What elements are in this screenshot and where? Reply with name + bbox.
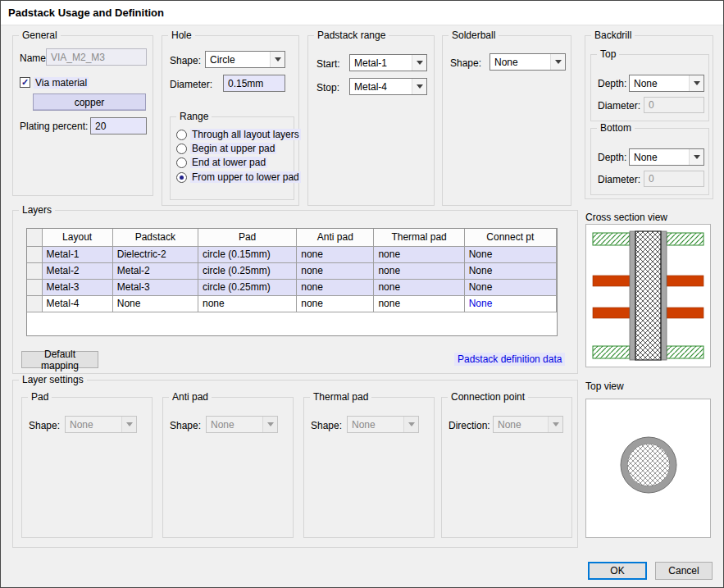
backdrill-group-label: Backdrill — [591, 30, 635, 42]
hole-group-label: Hole — [168, 30, 195, 42]
backdrill-top-depth-select[interactable]: None — [629, 75, 704, 92]
padstack-stop-select[interactable]: Metal-4 — [349, 78, 427, 95]
cell[interactable]: Metal-1 — [42, 246, 112, 262]
via-material-checkbox[interactable]: ✓ — [20, 77, 30, 88]
solderball-shape-value: None — [490, 57, 550, 68]
cancel-button[interactable]: Cancel — [655, 562, 713, 580]
thermal-pad-shape-value: None — [348, 419, 403, 431]
solderball-group-label: Solderball — [449, 30, 499, 42]
cell[interactable]: None — [464, 262, 556, 279]
pad-group-label: Pad — [28, 391, 52, 403]
chevron-down-icon — [412, 55, 426, 71]
chevron-down-icon — [550, 54, 565, 70]
cell[interactable]: none — [374, 246, 464, 262]
radio-through-all-layers-label[interactable]: Through all layout layers — [190, 129, 301, 140]
cell[interactable]: None — [464, 295, 556, 312]
chevron-down-icon — [412, 79, 426, 94]
chevron-down-icon — [548, 417, 562, 432]
thermal-pad-shape-select: None — [347, 416, 419, 433]
backdrill-top-diameter-value: 0 — [649, 99, 654, 111]
backdrill-top-diameter-label: Diameter: — [598, 100, 640, 112]
backdrill-group: Backdrill Top Depth: None Diameter: 0 Bo… — [585, 35, 713, 199]
anti-pad-shape-select: None — [206, 416, 278, 433]
copper-material-button[interactable]: copper — [33, 93, 146, 111]
table-row[interactable]: Metal-1 Dielectric-2 circle (0.15mm) non… — [27, 246, 557, 262]
cell[interactable]: none — [297, 262, 374, 279]
thermal-pad-group-label: Thermal pad — [310, 391, 371, 403]
backdrill-bottom-diameter-input: 0 — [644, 171, 704, 187]
default-mapping-button[interactable]: Default mapping — [21, 351, 98, 368]
cell[interactable]: Dielectric-2 — [112, 246, 198, 262]
solderball-shape-label: Shape: — [450, 57, 481, 69]
chevron-down-icon — [403, 417, 418, 432]
cancel-button-label: Cancel — [668, 565, 699, 577]
top-view-label: Top view — [585, 381, 624, 392]
hole-shape-select[interactable]: Circle — [205, 51, 285, 68]
connection-direction-label: Direction: — [449, 420, 490, 431]
cell[interactable]: none — [297, 279, 374, 295]
radio-through-all-layers[interactable] — [176, 130, 187, 140]
hole-group: Hole Shape: Circle Diameter: 0.15mm Rang… — [162, 35, 299, 206]
cell[interactable]: Metal-3 — [112, 279, 198, 295]
cell[interactable]: circle (0.25mm) — [198, 279, 296, 295]
radio-upper-to-lower-pad[interactable] — [176, 172, 187, 183]
padstack-definition-data-link[interactable]: Padstack definition data — [454, 353, 565, 366]
cell[interactable]: None — [464, 246, 556, 262]
name-label: Name: — [20, 52, 48, 64]
cell[interactable]: circle (0.15mm) — [198, 246, 296, 262]
row-selector[interactable] — [27, 295, 42, 312]
ok-button[interactable]: OK — [588, 562, 647, 580]
padstack-start-select[interactable]: Metal-1 — [349, 54, 427, 71]
default-mapping-label: Default mapping — [27, 349, 93, 371]
radio-begin-upper-pad[interactable] — [176, 144, 187, 154]
row-selector[interactable] — [27, 279, 42, 295]
radio-upper-to-lower-pad-label[interactable]: From upper to lower pad — [190, 171, 301, 183]
cell[interactable]: none — [198, 295, 296, 312]
anti-pad-group-label: Anti pad — [169, 391, 212, 403]
cell[interactable]: Metal-3 — [42, 279, 112, 295]
backdrill-bottom-label: Bottom — [597, 122, 635, 134]
table-row[interactable]: Metal-3 Metal-3 circle (0.25mm) none non… — [27, 279, 557, 295]
layers-group-label: Layers — [19, 204, 55, 217]
cell[interactable]: circle (0.25mm) — [198, 262, 296, 279]
solderball-shape-select[interactable]: None — [489, 53, 566, 71]
hole-diameter-label: Diameter: — [170, 79, 212, 90]
table-row[interactable]: Metal-4 None none none none None — [27, 295, 557, 312]
radio-end-lower-pad-label[interactable]: End at lower pad — [190, 157, 267, 168]
cell[interactable]: None — [112, 295, 198, 312]
cell[interactable]: none — [374, 279, 464, 295]
top-view-diagram — [586, 399, 710, 537]
col-thermal-pad: Thermal pad — [374, 229, 464, 246]
cell[interactable]: None — [464, 279, 556, 295]
row-selector[interactable] — [27, 262, 42, 279]
cell[interactable]: none — [297, 246, 374, 262]
plating-percent-input[interactable]: 20 — [90, 117, 147, 134]
cell[interactable]: Metal-4 — [42, 295, 112, 312]
layers-table[interactable]: Layout Padstack Pad Anti pad Thermal pad… — [26, 228, 558, 336]
table-header-row: Layout Padstack Pad Anti pad Thermal pad… — [27, 229, 557, 246]
backdrill-top-group: Top Depth: None Diameter: 0 — [590, 54, 709, 121]
backdrill-bottom-group: Bottom Depth: None Diameter: 0 — [590, 128, 709, 195]
cell[interactable]: none — [374, 295, 464, 312]
radio-begin-upper-pad-label[interactable]: Begin at upper pad — [190, 143, 276, 154]
layers-group: Layers Layout Padstack Pad Anti pad Ther… — [12, 210, 578, 374]
cell[interactable]: none — [297, 295, 374, 312]
chevron-down-icon — [262, 417, 277, 432]
ok-button-label: OK — [610, 565, 624, 577]
cell[interactable]: Metal-2 — [112, 262, 198, 279]
col-anti-pad: Anti pad — [297, 229, 374, 246]
radio-end-lower-pad[interactable] — [176, 157, 187, 168]
chevron-down-icon — [270, 52, 285, 67]
table-row[interactable]: Metal-2 Metal-2 circle (0.25mm) none non… — [27, 262, 557, 279]
cell[interactable]: Metal-2 — [42, 262, 112, 279]
check-icon: ✓ — [21, 78, 29, 87]
backdrill-bottom-depth-label: Depth: — [598, 152, 626, 163]
row-selector-header — [27, 229, 42, 246]
pad-shape-label: Shape: — [29, 420, 60, 431]
chevron-down-icon — [689, 75, 704, 91]
backdrill-bottom-depth-select[interactable]: None — [629, 148, 704, 166]
padstack-stop-value: Metal-4 — [350, 81, 412, 93]
cell[interactable]: none — [374, 262, 464, 279]
row-selector[interactable] — [27, 246, 42, 262]
hole-diameter-input[interactable]: 0.15mm — [223, 75, 285, 92]
